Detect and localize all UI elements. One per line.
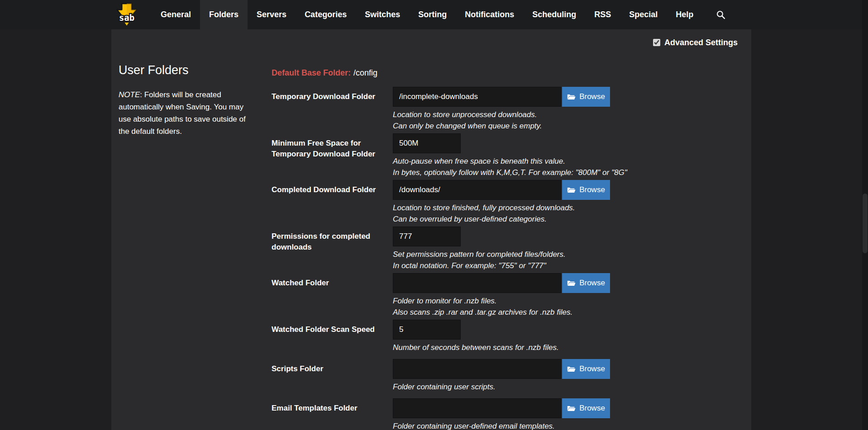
field-label: Minimum Free Space for Temporary Downloa…	[272, 133, 385, 178]
folder-open-icon	[567, 94, 576, 100]
help-line: Folder to monitor for .nzb files.	[393, 295, 738, 307]
field-label: Scripts Folder	[272, 359, 385, 397]
browse-button-label: Browse	[579, 404, 605, 413]
form-row-temporary-download-folder: Temporary Download Folder Browse Locatio…	[272, 87, 738, 132]
svg-text:sab: sab	[119, 13, 134, 23]
input-line: Browse	[393, 180, 738, 200]
help-line: Can be overruled by user-defined categor…	[393, 213, 738, 225]
field-help: Location to store finished, fully proces…	[393, 202, 738, 225]
help-line: Folder containing user scripts.	[393, 381, 738, 392]
help-line: Folder containing user-defined email tem…	[393, 421, 738, 430]
section-note: NOTE: Folders will be created automatica…	[119, 89, 257, 137]
input-line	[393, 227, 738, 246]
config-panel: Advanced Settings User Folders NOTE: Fol…	[111, 29, 751, 430]
input-line: Browse	[393, 359, 738, 379]
field-label: Permissions for completed downloads	[272, 227, 385, 271]
page-title: User Folders	[119, 63, 257, 77]
sab-arrow-icon: sab	[114, 2, 139, 28]
help-line: Number of seconds between scans for .nzb…	[393, 342, 738, 353]
browse-button-label: Browse	[579, 185, 605, 194]
field-help: Folder containing user scripts.	[393, 381, 738, 392]
input-line: Browse	[393, 273, 738, 293]
scripts-folder-input[interactable]	[393, 359, 561, 379]
form-row-scripts-folder: Scripts Folder Browse Folder containing …	[272, 359, 738, 397]
help-line: Location to store finished, fully proces…	[393, 202, 738, 213]
note-prefix: NOTE	[119, 90, 140, 99]
scrollbar-track[interactable]	[862, 0, 868, 430]
advanced-settings-row: Advanced Settings	[119, 37, 738, 48]
folder-open-icon	[567, 366, 576, 373]
form-row-watched-folder: Watched Folder Browse Folder to monitor …	[272, 273, 738, 318]
input-line	[393, 320, 738, 340]
folder-open-icon	[567, 405, 576, 412]
folder-open-icon	[567, 280, 576, 287]
email-templates-folder-input[interactable]	[393, 398, 561, 418]
browse-button-label: Browse	[579, 279, 605, 288]
temporary-download-folder-browse-button[interactable]: Browse	[562, 87, 610, 107]
help-line: Set permissions pattern for completed fi…	[393, 249, 738, 260]
help-line: Also scans .zip .rar and .tar.gz archive…	[393, 307, 738, 318]
nav-item-special[interactable]: Special	[620, 0, 667, 29]
form-row-completed-download-folder: Completed Download Folder Browse Locatio…	[272, 180, 738, 225]
help-line: In octal notation. For example: "755" or…	[393, 260, 738, 271]
form-row-watched-folder-scan-speed: Watched Folder Scan Speed Number of seco…	[272, 320, 738, 357]
minimum-free-space-input[interactable]	[393, 133, 461, 153]
form-row-minimum-free-space: Minimum Free Space for Temporary Downloa…	[272, 133, 738, 178]
field-label: Watched Folder Scan Speed	[272, 320, 385, 357]
help-line: Can only be changed when queue is empty.	[393, 120, 738, 132]
field-help: Location to store unprocessed downloads.…	[393, 109, 738, 132]
section-intro: User Folders NOTE: Folders will be creat…	[119, 48, 272, 430]
browse-button-label: Browse	[579, 364, 605, 373]
form-rows: Temporary Download Folder Browse Locatio…	[272, 87, 738, 430]
field-controls: Browse Folder containing user-defined em…	[393, 398, 738, 430]
nav-item-switches[interactable]: Switches	[356, 0, 409, 29]
completed-download-folder-browse-button[interactable]: Browse	[562, 180, 610, 200]
advanced-settings-checkbox[interactable]	[653, 39, 660, 46]
scrollbar-thumb[interactable]	[863, 194, 868, 253]
watched-folder-scan-speed-input[interactable]	[393, 320, 461, 340]
input-line	[393, 133, 738, 153]
nav-item-scheduling[interactable]: Scheduling	[523, 0, 585, 29]
watched-folder-browse-button[interactable]: Browse	[562, 273, 610, 293]
field-help: Set permissions pattern for completed fi…	[393, 249, 738, 271]
nav-items: GeneralFoldersServersCategoriesSwitchesS…	[152, 0, 702, 29]
permissions-for-completed-downloads-input[interactable]	[393, 227, 461, 246]
nav-item-notifications[interactable]: Notifications	[456, 0, 523, 29]
browse-button-label: Browse	[579, 92, 605, 101]
default-base-folder: Default Base Folder:/config	[272, 68, 738, 78]
scripts-folder-browse-button[interactable]: Browse	[562, 359, 610, 379]
field-label: Completed Download Folder	[272, 180, 385, 225]
nav-item-rss[interactable]: RSS	[585, 0, 620, 29]
advanced-settings-label: Advanced Settings	[664, 38, 738, 47]
temporary-download-folder-input[interactable]	[393, 87, 561, 107]
nav-item-sorting[interactable]: Sorting	[409, 0, 456, 29]
nav-item-folders[interactable]: Folders	[200, 0, 248, 29]
field-controls: Browse Location to store finished, fully…	[393, 180, 738, 225]
search-icon	[716, 10, 725, 19]
field-controls: Browse Location to store unprocessed dow…	[393, 87, 738, 132]
field-controls: Browse Folder containing user scripts.	[393, 359, 738, 397]
form-row-permissions-for-completed-downloads: Permissions for completed downloads Set …	[272, 227, 738, 271]
field-controls: Browse Folder to monitor for .nzb files.…	[393, 273, 738, 318]
email-templates-folder-browse-button[interactable]: Browse	[562, 398, 610, 418]
nav-item-servers[interactable]: Servers	[248, 0, 296, 29]
completed-download-folder-input[interactable]	[393, 180, 561, 200]
field-label: Temporary Download Folder	[272, 87, 385, 132]
default-base-folder-label: Default Base Folder:	[272, 68, 351, 77]
nav-item-help[interactable]: Help	[667, 0, 702, 29]
nav-item-general[interactable]: General	[152, 0, 200, 29]
field-help: Number of seconds between scans for .nzb…	[393, 342, 738, 353]
field-controls: Set permissions pattern for completed fi…	[393, 227, 738, 271]
nav-item-categories[interactable]: Categories	[296, 0, 356, 29]
field-controls: Number of seconds between scans for .nzb…	[393, 320, 738, 357]
default-base-folder-value: /config	[353, 68, 377, 77]
help-line: Location to store unprocessed downloads.	[393, 109, 738, 120]
field-label: Watched Folder	[272, 273, 385, 318]
watched-folder-input[interactable]	[393, 273, 561, 293]
help-line: In bytes, optionally follow with K,M,G,T…	[393, 167, 738, 178]
field-help: Auto-pause when free space is beneath th…	[393, 156, 738, 178]
sabnzbd-logo[interactable]: sab	[114, 0, 139, 29]
help-line: Auto-pause when free space is beneath th…	[393, 156, 738, 167]
content-area: User Folders NOTE: Folders will be creat…	[119, 48, 738, 430]
search-button[interactable]	[708, 0, 734, 29]
